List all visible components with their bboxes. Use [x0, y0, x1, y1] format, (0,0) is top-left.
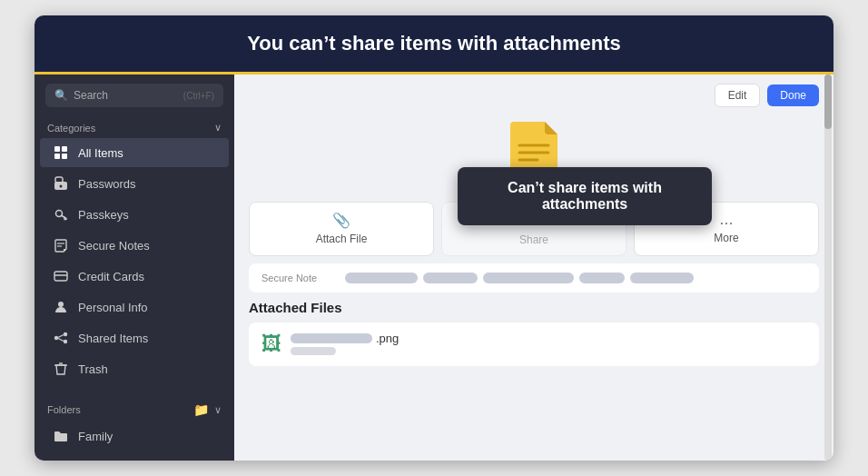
top-banner: You can’t share items with attachments: [35, 15, 833, 74]
svg-rect-2: [54, 154, 60, 159]
blurred-content-1: [345, 273, 418, 283]
blurred-content-4: [579, 273, 625, 283]
note-icon: [53, 237, 69, 253]
tooltip: Can’t share items with attachments: [458, 167, 712, 225]
svg-point-12: [58, 302, 64, 307]
edit-button[interactable]: Edit: [715, 84, 761, 107]
folder-icon: [53, 428, 69, 444]
categories-label: Categories: [47, 123, 95, 134]
field-label: Secure Note: [261, 273, 334, 283]
file-extension: .png: [376, 332, 399, 345]
svg-rect-1: [62, 146, 67, 152]
sidebar-item-label: Personal Info: [78, 301, 148, 314]
secure-note-field: Secure Note: [249, 263, 819, 293]
paperclip-icon: 📎: [332, 212, 350, 229]
more-icon: …: [719, 212, 734, 228]
file-info: .png: [291, 332, 399, 357]
categories-header: Categories ∨: [35, 114, 234, 137]
more-label: More: [714, 232, 738, 244]
svg-point-13: [54, 336, 58, 340]
folder-add-icon[interactable]: 📁: [193, 402, 209, 417]
file-size: [291, 347, 399, 357]
trash-icon: [53, 361, 69, 377]
svg-point-14: [64, 332, 67, 336]
search-bar[interactable]: 🔍 Search (Ctrl+F): [45, 84, 223, 107]
password-icon: [53, 175, 69, 192]
svg-rect-3: [62, 154, 67, 159]
share-label: Share: [519, 233, 548, 246]
search-icon: 🔍: [54, 89, 68, 102]
sidebar-item-shared-items[interactable]: Shared Items: [40, 323, 229, 352]
attached-files-title: Attached Files: [249, 300, 819, 315]
sidebar-item-label: Shared Items: [78, 332, 148, 345]
sidebar: 🔍 Search (Ctrl+F) Categories ∨: [35, 74, 234, 461]
folders-chevron[interactable]: ∨: [214, 404, 222, 416]
blurred-content-3: [483, 273, 574, 283]
sidebar-item-label: Trash: [78, 362, 108, 376]
attach-file-button[interactable]: 📎 Attach File: [249, 202, 434, 256]
svg-point-15: [64, 340, 67, 343]
sidebar-item-label: Credit Cards: [78, 270, 144, 283]
sidebar-item-credit-cards[interactable]: Credit Cards: [40, 262, 229, 291]
content-header: Edit Done: [234, 74, 833, 113]
sidebar-item-label: Family: [78, 430, 113, 443]
file-image-icon: 🖼: [261, 332, 281, 356]
svg-point-6: [60, 185, 63, 188]
svg-line-16: [58, 335, 64, 338]
sidebar-item-all-items[interactable]: All Items: [40, 138, 229, 167]
sidebar-item-label: Secure Notes: [78, 239, 150, 253]
sidebar-item-label: Passwords: [78, 177, 136, 191]
sidebar-item-label: All Items: [78, 146, 123, 160]
sidebar-item-secure-notes[interactable]: Secure Notes: [40, 231, 229, 260]
sidebar-item-label: Passkeys: [78, 208, 129, 222]
grid-icon: [53, 144, 69, 161]
categories-chevron[interactable]: ∨: [214, 122, 222, 134]
svg-rect-10: [54, 272, 67, 281]
content-area: Edit Done: [234, 74, 833, 461]
blurred-content-5: [630, 273, 694, 283]
sidebar-item-personal-info[interactable]: Personal Info: [40, 293, 229, 322]
search-shortcut: (Ctrl+F): [183, 91, 214, 101]
folders-label: Folders: [47, 404, 81, 415]
scrollbar-track[interactable]: [824, 74, 832, 461]
passkey-icon: [53, 206, 69, 223]
tooltip-text: Can’t share items with attachments: [508, 180, 662, 212]
banner-title: You can’t share items with attachments: [56, 32, 812, 55]
folders-header: Folders 📁 ∨: [35, 395, 234, 421]
file-size-blur: [291, 347, 336, 355]
file-name: .png: [291, 332, 399, 345]
sidebar-item-trash[interactable]: Trash: [40, 354, 229, 383]
search-label: Search: [74, 89, 108, 102]
shared-icon: [53, 330, 69, 346]
blurred-content-2: [423, 273, 478, 283]
done-button[interactable]: Done: [767, 84, 819, 106]
main-area: 🔍 Search (Ctrl+F) Categories ∨: [35, 74, 833, 461]
attach-file-label: Attach File: [316, 233, 368, 245]
sidebar-item-passkeys[interactable]: Passkeys: [40, 200, 229, 229]
field-value: [345, 273, 806, 283]
scrollbar-thumb[interactable]: [824, 74, 832, 129]
card-icon: [53, 268, 69, 284]
svg-line-17: [58, 339, 64, 342]
file-name-blur: [291, 333, 372, 343]
sidebar-item-passwords[interactable]: Passwords: [40, 169, 229, 198]
content-body: Can’t share items with attachments 📎 Att…: [234, 113, 833, 461]
person-icon: [53, 299, 69, 315]
sidebar-item-family[interactable]: Family: [40, 421, 229, 451]
file-item: 🖼 .png: [249, 322, 819, 366]
svg-rect-0: [54, 146, 60, 152]
